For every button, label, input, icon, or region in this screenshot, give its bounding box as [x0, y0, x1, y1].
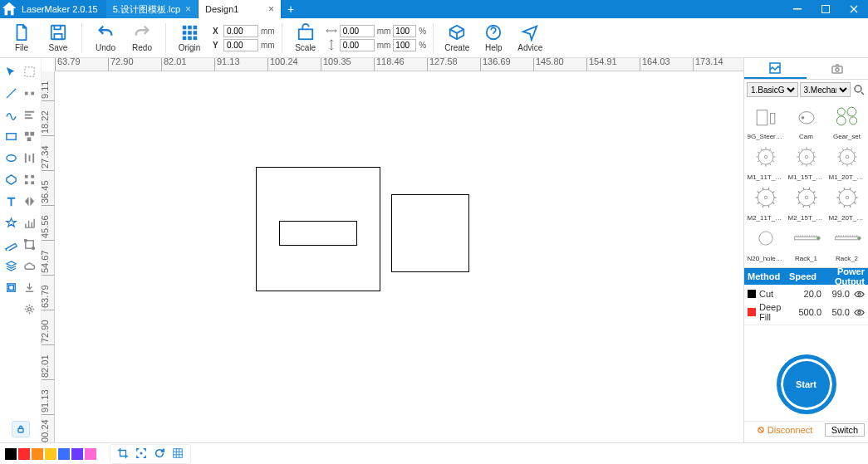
visibility-icon[interactable]: [853, 307, 865, 318]
close-icon[interactable]: ×: [268, 3, 274, 15]
artboard-tool[interactable]: [3, 277, 20, 297]
text-tool[interactable]: [3, 191, 20, 211]
title-bar: LaserMaker 2.0.15 5.设计图模板.lcp × Design1 …: [0, 0, 868, 18]
visibility-icon[interactable]: [853, 289, 865, 300]
svg-rect-1: [822, 6, 830, 13]
svg-rect-0: [793, 8, 802, 10]
start-button[interactable]: Start: [777, 354, 836, 414]
svg-line-121: [850, 205, 851, 208]
library-item[interactable]: M2_11T_rou...: [746, 183, 785, 222]
home-icon[interactable]: [0, 0, 18, 18]
mirror-tool[interactable]: [22, 191, 38, 211]
library-item[interactable]: M2_15T_rou...: [787, 183, 826, 222]
start-area: Start Disconnect Switch: [744, 349, 868, 442]
connection-status[interactable]: Disconnect: [744, 425, 825, 435]
item-label: Rack_2: [836, 255, 858, 262]
rectangle-shape[interactable]: [391, 194, 469, 272]
advice-button[interactable]: Advice: [513, 19, 547, 57]
refresh-icon[interactable]: [154, 447, 165, 461]
rect-tool[interactable]: [3, 126, 20, 146]
palette-color[interactable]: [32, 448, 43, 460]
array-tool[interactable]: [22, 169, 38, 189]
file-button[interactable]: File: [5, 19, 38, 57]
palette-color[interactable]: [85, 448, 96, 460]
panel-tabs: [744, 58, 868, 80]
svg-point-105: [798, 189, 815, 206]
settings-tool[interactable]: [22, 299, 38, 319]
svg-rect-28: [25, 174, 28, 178]
add-tab-button[interactable]: +: [282, 2, 300, 16]
save-button[interactable]: Save: [42, 19, 75, 57]
x-input[interactable]: [223, 25, 258, 37]
minimize-button[interactable]: [783, 0, 812, 18]
camera-tab[interactable]: [807, 58, 869, 79]
close-icon[interactable]: ×: [185, 3, 191, 15]
focus-icon[interactable]: [135, 447, 147, 461]
library-item[interactable]: Cam: [787, 101, 826, 140]
library-item[interactable]: N20_hole_p...: [746, 223, 785, 262]
tab-design1[interactable]: Design1 ×: [199, 0, 282, 18]
category2-select[interactable]: 3.Mechanica: [800, 82, 851, 97]
measure-tool[interactable]: [3, 234, 20, 254]
export-tool[interactable]: [22, 277, 38, 297]
svg-rect-15: [25, 91, 28, 95]
library-tab[interactable]: [744, 58, 807, 79]
lock-toggle[interactable]: [3, 419, 37, 439]
width-input[interactable]: [340, 25, 375, 37]
distribute-tool[interactable]: [22, 148, 38, 168]
library-item[interactable]: M1_15T_rou...: [787, 142, 826, 181]
create-button[interactable]: Create: [440, 19, 473, 57]
svg-line-60: [757, 152, 758, 153]
thumbnail: [749, 142, 782, 172]
search-icon[interactable]: [852, 83, 866, 96]
library-item[interactable]: Rack_1: [787, 223, 826, 262]
width-pct-input[interactable]: [393, 25, 416, 37]
library-item[interactable]: Rack_2: [827, 223, 866, 262]
curve-tool[interactable]: [3, 105, 20, 125]
crop-icon[interactable]: [117, 447, 129, 461]
origin-button[interactable]: Origin: [173, 19, 206, 57]
help-button[interactable]: Help: [477, 19, 510, 57]
polygon-tool[interactable]: [3, 169, 20, 189]
height-pct-input[interactable]: [393, 39, 416, 51]
library-item[interactable]: M2_20T_rou...: [827, 183, 866, 222]
close-button[interactable]: [840, 0, 868, 18]
library-item[interactable]: 9G_Steering...: [746, 101, 785, 140]
palette-color[interactable]: [45, 448, 56, 460]
transform-tool[interactable]: [22, 234, 38, 254]
palette-color[interactable]: [71, 448, 83, 460]
group-tool[interactable]: [22, 126, 38, 146]
library-item[interactable]: M1_11T_rou...: [746, 142, 785, 181]
category1-select[interactable]: 1.BasicGra: [747, 82, 798, 97]
redo-button[interactable]: Redo: [125, 19, 159, 57]
scale-button[interactable]: Scale: [289, 19, 322, 57]
select-tool[interactable]: [3, 61, 20, 81]
layers-tool[interactable]: [3, 256, 20, 276]
canvas[interactable]: [55, 71, 743, 442]
grid-icon[interactable]: [172, 447, 184, 461]
undo-button[interactable]: Undo: [89, 19, 122, 57]
y-input[interactable]: [223, 39, 258, 51]
rectangle-shape[interactable]: [279, 221, 357, 246]
star-tool[interactable]: [3, 212, 20, 232]
svg-line-75: [802, 149, 802, 150]
palette-color[interactable]: [18, 448, 30, 460]
chart-tool[interactable]: [22, 212, 38, 232]
maximize-button[interactable]: [812, 0, 840, 18]
svg-line-86: [838, 161, 840, 162]
line-tool[interactable]: [3, 83, 20, 103]
switch-button[interactable]: Switch: [825, 423, 865, 437]
method-row[interactable]: Cut20.099.0: [744, 285, 868, 303]
tab-template[interactable]: 5.设计图模板.lcp ×: [106, 0, 199, 18]
marquee-tool[interactable]: [22, 61, 38, 81]
ellipse-tool[interactable]: [3, 148, 20, 168]
cloud-tool[interactable]: [22, 256, 38, 276]
palette-color[interactable]: [5, 448, 17, 460]
height-input[interactable]: [340, 39, 375, 51]
align-tool[interactable]: [22, 105, 38, 125]
node-tool[interactable]: [22, 83, 38, 103]
method-row[interactable]: Deep Fill500.050.0: [744, 303, 868, 321]
library-item[interactable]: Gear_set: [827, 101, 866, 140]
library-item[interactable]: M1_20T_rou...: [827, 142, 866, 181]
palette-color[interactable]: [58, 448, 70, 460]
